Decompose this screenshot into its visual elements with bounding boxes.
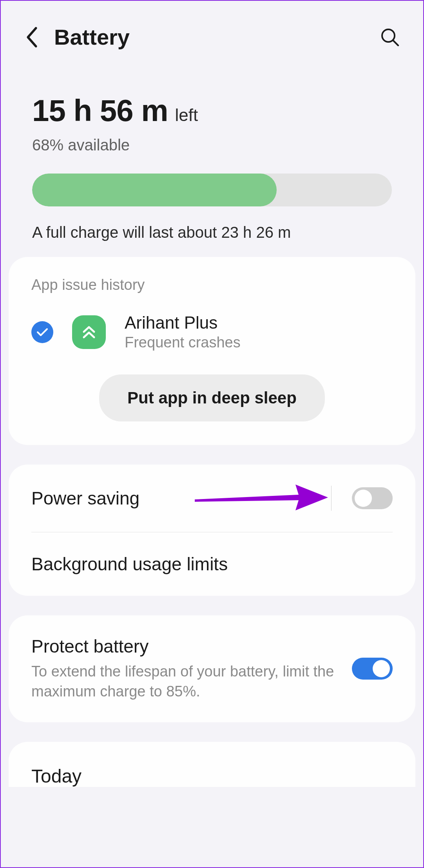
- background-usage-limits-label: Background usage limits: [31, 553, 393, 575]
- page-title: Battery: [54, 24, 364, 50]
- settings-card: Power saving Background usage limits: [9, 465, 415, 596]
- today-title: Today: [31, 765, 393, 787]
- app-issue-row[interactable]: Arihant Plus Frequent crashes: [31, 313, 393, 351]
- time-remaining-value: 15 h 56 m: [32, 93, 168, 128]
- full-charge-note: A full charge will last about 23 h 26 m: [32, 224, 392, 241]
- protect-battery-sub: To extend the lifespan of your battery, …: [31, 662, 340, 702]
- percent-available: 68% available: [32, 136, 392, 154]
- battery-progress-track: [32, 174, 392, 206]
- search-icon: [380, 27, 400, 47]
- chevrons-up-icon: [81, 324, 97, 340]
- divider-vertical: [331, 486, 332, 511]
- battery-progress-fill: [32, 174, 277, 206]
- search-button[interactable]: [380, 27, 400, 47]
- power-saving-row[interactable]: Power saving: [9, 465, 415, 532]
- app-icon: [72, 315, 106, 349]
- app-issue-history-card: App issue history Arihant Plus Frequent …: [9, 257, 415, 445]
- protect-battery-toggle[interactable]: [352, 658, 393, 680]
- checkmark-icon: [36, 328, 48, 336]
- back-button[interactable]: [24, 26, 38, 49]
- app-issue-name: Arihant Plus: [125, 313, 393, 333]
- background-usage-limits-row[interactable]: Background usage limits: [9, 532, 415, 596]
- power-saving-label: Power saving: [31, 488, 322, 509]
- put-app-deep-sleep-button[interactable]: Put app in deep sleep: [99, 374, 325, 421]
- app-issue-detail: Frequent crashes: [125, 334, 393, 351]
- svg-line-1: [393, 40, 398, 45]
- chevron-left-icon: [24, 26, 38, 49]
- protect-battery-label: Protect battery: [31, 636, 340, 657]
- battery-summary[interactable]: 15 h 56 m left 68% available A full char…: [5, 65, 419, 257]
- protect-battery-row[interactable]: Protect battery To extend the lifespan o…: [9, 615, 415, 722]
- power-saving-toggle[interactable]: [352, 487, 393, 509]
- time-remaining-suffix: left: [175, 105, 198, 125]
- check-badge[interactable]: [31, 321, 53, 343]
- today-card[interactable]: Today: [9, 742, 415, 787]
- app-issue-history-header: App issue history: [31, 277, 393, 293]
